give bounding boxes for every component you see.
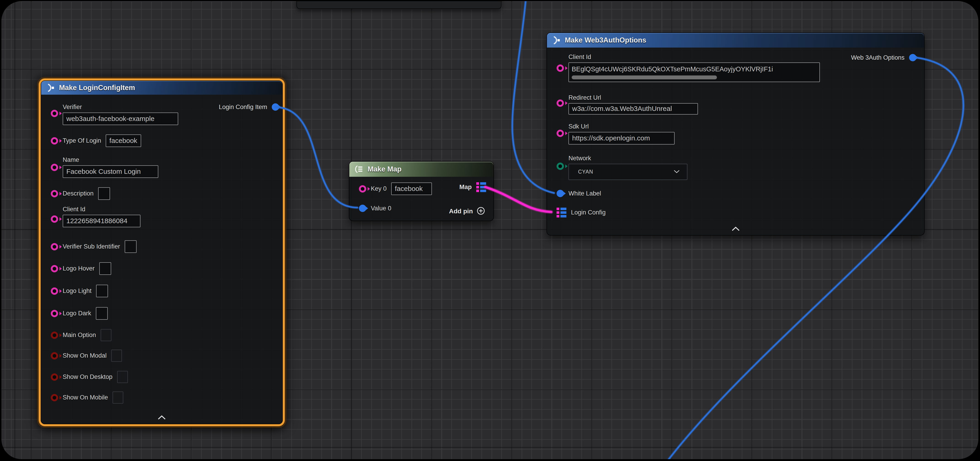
field-row-redirect-url: Redirect Url w3a://com.w3a.Web3AuthUnrea…: [547, 94, 698, 114]
collapse-node-button[interactable]: [158, 415, 166, 421]
field-row-client-id: Client Id 1222658941886084: [41, 206, 140, 227]
pin-label: Map: [459, 184, 472, 191]
field-label: Show On Desktop: [63, 374, 113, 380]
field-label: Show On Mobile: [63, 394, 108, 401]
blueprint-graph-canvas[interactable]: Make LoginConfigItem Login Config Item V…: [2, 1, 978, 459]
client-id-pin[interactable]: [557, 65, 564, 72]
add-pin-button[interactable]: [477, 207, 485, 216]
field-row-verifier: Verifier web3auth-facebook-example: [41, 103, 178, 125]
verifier-input[interactable]: web3auth-facebook-example: [63, 113, 178, 125]
field-label: Name: [63, 156, 158, 164]
field-row-network: Network CYAN: [547, 155, 687, 180]
key-0-pin[interactable]: [359, 185, 366, 192]
logo-hover-input[interactable]: [99, 262, 111, 275]
show-on-modal-pin[interactable]: [51, 352, 58, 359]
description-input[interactable]: [98, 187, 110, 200]
main-option-pin[interactable]: [51, 332, 58, 339]
field-row-show-on-modal: Show On Modal: [41, 350, 122, 362]
node-title: Make Web3AuthOptions: [565, 36, 646, 45]
field-label: Sdk Url: [568, 123, 675, 130]
sdk-url-input[interactable]: https://sdk.openlogin.com: [568, 132, 675, 145]
verifier-sub-identifier-pin[interactable]: [51, 243, 58, 250]
show-on-desktop-pin[interactable]: [51, 374, 58, 381]
node-header[interactable]: Make LoginConfigItem: [41, 81, 282, 95]
field-label: Show On Modal: [63, 352, 107, 359]
name-input[interactable]: Facebook Custom Login: [63, 165, 158, 178]
field-label: Verifier: [63, 103, 178, 111]
make-map-icon: [354, 165, 363, 174]
field-row-logo-hover: Logo Hover: [41, 262, 111, 275]
horizontal-scrollbar[interactable]: [572, 75, 717, 79]
logo-dark-pin[interactable]: [51, 310, 58, 317]
field-label: Redirect Url: [568, 94, 698, 101]
output-row-web3auth-options: Web 3Auth Options: [851, 54, 920, 61]
field-label: Network: [568, 155, 687, 162]
node-header[interactable]: Make Map: [349, 162, 493, 177]
show-on-modal-checkbox[interactable]: [111, 350, 122, 362]
wire-map-to-login-config: [485, 187, 551, 212]
make-struct-icon: [552, 36, 561, 45]
node-make-map[interactable]: Make Map Key 0 facebook Map Value 0 Add …: [349, 161, 494, 221]
sdk-url-pin[interactable]: [557, 130, 564, 137]
output-row-map: Map: [459, 182, 489, 192]
verifier-sub-identifier-input[interactable]: [125, 240, 137, 253]
type-of-login-input[interactable]: facebook: [106, 135, 141, 147]
wire-loginconfigitem-to-value0: [275, 107, 357, 208]
type-of-login-pin[interactable]: [51, 137, 58, 145]
field-row-value-0: Value 0: [349, 205, 391, 212]
description-pin[interactable]: [51, 190, 58, 197]
field-label: Logo Hover: [63, 265, 95, 272]
field-label: Key 0: [371, 185, 387, 192]
logo-light-input[interactable]: [96, 285, 108, 297]
field-row-name: Name Facebook Custom Login: [41, 156, 158, 178]
show-on-mobile-pin[interactable]: [51, 394, 58, 401]
wire-glow: [485, 187, 551, 212]
value-0-pin[interactable]: [359, 205, 366, 212]
field-label: Logo Light: [63, 288, 92, 294]
login-config-item-output-pin[interactable]: [272, 103, 279, 111]
field-label: Description: [63, 190, 94, 197]
logo-dark-input[interactable]: [96, 307, 108, 320]
field-label: Value 0: [371, 205, 391, 212]
show-on-mobile-checkbox[interactable]: [113, 391, 123, 404]
name-pin[interactable]: [51, 164, 58, 171]
white-label-pin[interactable]: [557, 190, 564, 197]
logo-hover-pin[interactable]: [51, 265, 58, 272]
key-0-input[interactable]: facebook: [391, 183, 432, 195]
client-id-pin[interactable]: [51, 215, 58, 223]
field-label: Logo Dark: [63, 310, 91, 317]
node-title: Make Map: [368, 165, 401, 173]
login-config-pin[interactable]: [557, 208, 566, 218]
web3auth-options-output-pin[interactable]: [909, 54, 916, 61]
collapse-node-button[interactable]: [731, 226, 740, 232]
field-row-show-on-desktop: Show On Desktop: [41, 371, 128, 383]
field-row-logo-light: Logo Light: [41, 285, 108, 297]
wire-glow: [275, 107, 357, 208]
redirect-url-pin[interactable]: [557, 100, 564, 107]
chevron-down-icon: [673, 169, 680, 175]
main-option-checkbox[interactable]: [101, 329, 111, 341]
logo-light-pin[interactable]: [51, 288, 58, 295]
field-row-sdk-url: Sdk Url https://sdk.openlogin.com: [547, 123, 675, 145]
field-row-main-option: Main Option: [41, 329, 111, 341]
network-dropdown[interactable]: CYAN: [568, 164, 687, 180]
clipped-node-bottom[interactable]: [296, 1, 501, 9]
field-row-show-on-mobile: Show On Mobile: [41, 391, 123, 404]
network-pin[interactable]: [557, 162, 564, 170]
node-header[interactable]: Make Web3AuthOptions: [547, 33, 924, 48]
redirect-url-input[interactable]: w3a://com.w3a.Web3AuthUnreal: [568, 103, 698, 114]
pin-label: Login Config Item: [219, 103, 267, 111]
field-label: Login Config: [571, 209, 606, 216]
show-on-desktop-checkbox[interactable]: [117, 371, 128, 383]
field-label: Verifier Sub Identifier: [63, 243, 120, 250]
field-label: Type Of Login: [63, 137, 101, 144]
node-make-web3authoptions[interactable]: Make Web3AuthOptions Web 3Auth Options C…: [547, 32, 924, 235]
map-output-pin[interactable]: [476, 182, 486, 192]
verifier-pin[interactable]: [51, 110, 58, 117]
client-id-input[interactable]: BEglQSgt4cUWcj6SKRdu5QkOXTsePmMcusG5EAoy…: [568, 62, 820, 82]
node-make-loginconfigitem[interactable]: Make LoginConfigItem Login Config Item V…: [41, 81, 283, 424]
field-row-verifier-sub-identifier: Verifier Sub Identifier: [41, 240, 137, 253]
add-pin-label: Add pin: [449, 208, 473, 215]
network-selected-value: CYAN: [578, 169, 593, 175]
client-id-input[interactable]: 1222658941886084: [63, 215, 140, 227]
